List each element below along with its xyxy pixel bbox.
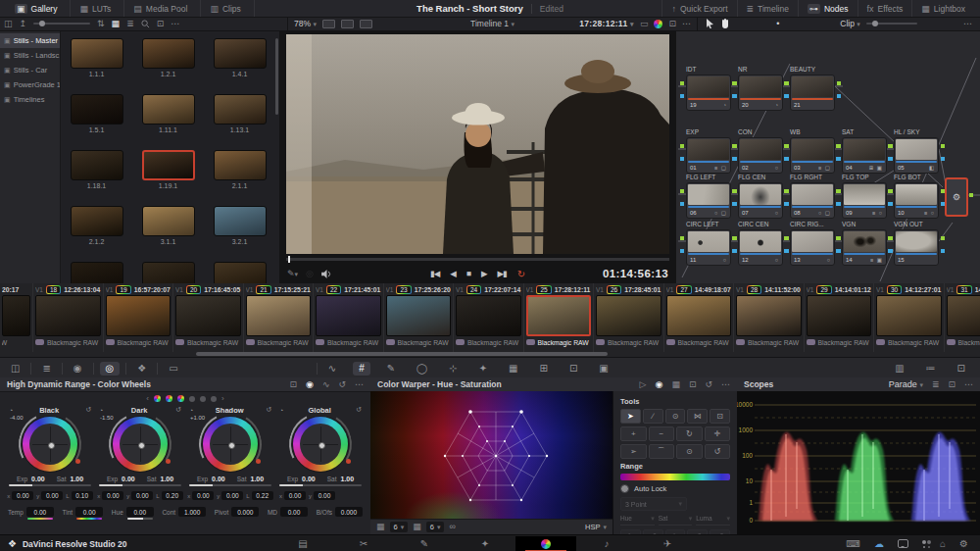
add-row-button[interactable]: ✛ <box>705 426 731 441</box>
draw-tool-button[interactable]: ∕ <box>643 409 663 424</box>
exposure-dial-icon[interactable]: ◔ <box>189 407 193 414</box>
still-item[interactable]: 1.2.1 <box>132 38 204 94</box>
compare-icon[interactable]: ◎ <box>306 270 314 278</box>
color-node[interactable]: IDT 19◔ <box>686 66 731 111</box>
reset-icon[interactable]: ↺ <box>175 406 181 414</box>
select-tool-button[interactable]: ➤ <box>620 409 641 424</box>
loop-button[interactable]: ↻ <box>517 269 525 279</box>
next-page-icon[interactable]: › <box>221 394 224 403</box>
prev-page-icon[interactable]: ‹ <box>146 394 149 403</box>
still-item[interactable] <box>132 262 204 283</box>
exp-value[interactable]: 0.00 <box>122 476 135 482</box>
reset-icon[interactable]: ↺ <box>266 406 271 414</box>
cut-page-icon[interactable]: ✂ <box>333 536 394 551</box>
cloud-sync-icon[interactable]: ☁ <box>874 538 884 549</box>
parameter-value[interactable]: 0.00 <box>75 507 103 517</box>
tracker-icon[interactable]: ⊹ <box>438 364 467 374</box>
exp-value[interactable]: 0.00 <box>302 476 316 482</box>
still-thumbnail[interactable] <box>214 206 267 236</box>
color-node[interactable]: CIRC RIG... 13○ <box>790 221 835 266</box>
color-node[interactable]: FLG TOP 09≡ ○ <box>842 174 887 219</box>
motion-effects-icon[interactable]: ▭ <box>158 364 188 374</box>
clip-thumbnail[interactable] <box>666 295 732 336</box>
key-input-connector[interactable] <box>888 157 892 161</box>
album-item[interactable]: ▣ Timelines <box>0 92 60 107</box>
y-value[interactable]: 0.00 <box>131 491 153 500</box>
hue-divisions-select[interactable]: 6▾ <box>390 522 409 532</box>
color-node[interactable]: CIRC CEN 12○ <box>738 221 783 266</box>
key-input-connector[interactable] <box>680 157 684 161</box>
key-input-connector[interactable] <box>784 202 788 206</box>
clip-thumbnail[interactable] <box>175 295 241 336</box>
center-button[interactable]: ⊙ <box>676 444 703 459</box>
wipe-mode-button[interactable] <box>322 20 335 28</box>
output-connector[interactable] <box>969 193 973 197</box>
enhanced-viewer-icon[interactable]: ⊡ <box>668 20 676 28</box>
sat-value[interactable]: 1.00 <box>70 476 83 482</box>
parameter-value[interactable]: 0.00 <box>26 507 54 517</box>
fairlight-page-icon[interactable]: ♪ <box>576 536 637 551</box>
color-node[interactable]: NR 20◔ <box>738 66 783 111</box>
still-item[interactable]: 2.1.2 <box>61 206 132 262</box>
sizing-icon[interactable]: ⊡ <box>559 364 588 374</box>
still-item[interactable]: 1.4.1 <box>204 38 275 94</box>
still-item[interactable] <box>204 262 275 283</box>
x-value[interactable]: 0.00 <box>284 491 306 500</box>
keyframes-icon[interactable]: ▥ <box>884 364 914 374</box>
hue-sat-mode-icon[interactable]: ◉ <box>656 379 663 389</box>
home-icon[interactable]: ⌂ <box>940 538 946 549</box>
parameter-value[interactable]: 1.000 <box>178 507 206 517</box>
parameter-value[interactable]: 0.000 <box>231 507 259 517</box>
wheel-slider[interactable] <box>189 484 271 486</box>
clip-thumbnail[interactable] <box>876 295 942 336</box>
input-connector[interactable] <box>732 144 736 148</box>
key-input-connector[interactable] <box>732 94 736 98</box>
top-tab[interactable]: ▤ Media Pool <box>124 0 201 17</box>
hdr-wheels-icon[interactable]: ◎ <box>100 362 121 376</box>
fusion-page-icon[interactable]: ✦ <box>455 536 515 551</box>
color-warper-icon[interactable]: # <box>353 362 370 376</box>
more-options-icon[interactable]: ⋯ <box>682 20 691 28</box>
wheel-mode-icon[interactable]: ◉ <box>306 379 314 389</box>
clip-thumbnail[interactable] <box>35 295 101 336</box>
still-thumbnail[interactable] <box>214 94 267 125</box>
hue-select[interactable]: Hue▾ <box>620 515 655 526</box>
expand-icon[interactable]: ⊡ <box>948 379 956 389</box>
timeline-clip[interactable]: V1 29 14:14:01:12 Blackmagic RAW <box>804 283 874 352</box>
output-connector[interactable] <box>837 81 841 85</box>
color-node[interactable]: HL / SKY 05◧ <box>894 128 939 174</box>
sort-icon[interactable]: ⇅ <box>97 20 105 28</box>
key-icon[interactable]: ⊞ <box>529 364 559 374</box>
top-tab[interactable]: ▥ Clips <box>201 0 254 17</box>
input-connector[interactable] <box>888 189 892 193</box>
keyboard-icon[interactable]: ⌨ <box>847 538 860 549</box>
add-point-button[interactable]: + <box>620 426 647 441</box>
chroma-luma-mode-icon[interactable]: ▦ <box>671 379 680 389</box>
color-node[interactable]: BEAUTY 21 <box>790 66 835 111</box>
color-node[interactable]: FLG LEFT 06○ ▢ <box>686 174 731 219</box>
color-page-icon[interactable] <box>515 536 576 551</box>
split-mode-button[interactable] <box>341 20 354 28</box>
clip-thumbnail[interactable] <box>456 295 521 336</box>
stereo-icon[interactable]: ▣ <box>588 364 618 374</box>
rotate-button[interactable]: ↻ <box>676 426 703 441</box>
scope-type-select[interactable]: Parade ▾ <box>889 379 923 389</box>
luma-select[interactable]: Luma▾ <box>696 515 730 526</box>
clip-thumbnail[interactable] <box>106 295 172 336</box>
hand-tool-icon[interactable] <box>720 19 730 28</box>
grid-view-icon[interactable]: ▦ <box>112 20 121 28</box>
sat-divisions-select[interactable]: 6▾ <box>426 522 445 532</box>
x-value[interactable]: 0.00 <box>12 491 33 500</box>
node-zoom-slider[interactable] <box>866 23 917 25</box>
sat-value[interactable]: 1.00 <box>250 476 264 482</box>
chat-icon[interactable] <box>898 539 908 548</box>
wheel-ring[interactable] <box>293 417 348 472</box>
key-input-connector[interactable] <box>836 249 840 253</box>
scopes-icon[interactable]: ≔ <box>915 364 947 374</box>
still-item[interactable]: 2.1.1 <box>204 150 275 206</box>
top-tab[interactable]: ▦ Lightbox <box>911 0 974 17</box>
exp-value[interactable]: 0.00 <box>212 476 225 482</box>
input-connector[interactable] <box>888 144 892 148</box>
still-item[interactable]: 1.1.1 <box>61 38 132 94</box>
curves-icon[interactable]: ∿ <box>318 364 347 374</box>
